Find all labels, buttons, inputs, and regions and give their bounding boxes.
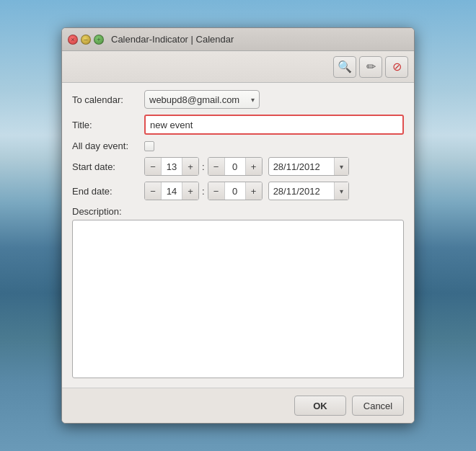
description-label: Description:	[72, 206, 404, 217]
start-minute-spinner: − +	[208, 157, 263, 176]
start-hour-decrement[interactable]: −	[145, 158, 161, 175]
dialog-window: × – + Calendar-Indicator | Calendar 🔍 ✏ …	[61, 27, 415, 424]
title-label: Title:	[72, 120, 144, 130]
end-time-group: − + : − + ▾	[144, 182, 349, 200]
start-label: Start date:	[72, 161, 144, 172]
end-hour-decrement[interactable]: −	[145, 182, 161, 200]
calendar-value: webupd8@gmail.com	[149, 94, 239, 105]
window-title: Calendar-Indicator | Calendar	[111, 34, 234, 45]
stop-icon: ⊘	[392, 60, 402, 73]
calendar-label: To calendar:	[72, 94, 144, 105]
toolbar: 🔍 ✏ ⊘	[62, 51, 414, 83]
end-minute-value[interactable]	[224, 182, 246, 200]
stop-button[interactable]: ⊘	[385, 56, 408, 78]
title-input[interactable]	[144, 115, 404, 135]
allday-checkbox[interactable]	[144, 141, 154, 151]
allday-row: All day event:	[72, 140, 404, 151]
edit-button[interactable]: ✏	[359, 56, 382, 78]
end-minute-decrement[interactable]: −	[208, 182, 224, 200]
start-hour-spinner: − +	[144, 157, 199, 176]
description-input[interactable]	[72, 220, 404, 378]
end-date-row: End date: − + : − + ▾	[72, 182, 404, 200]
maximize-button[interactable]: +	[94, 35, 104, 45]
end-minute-increment[interactable]: +	[246, 182, 262, 200]
close-button[interactable]: ×	[68, 35, 78, 45]
minimize-button[interactable]: –	[81, 35, 91, 45]
start-time-group: − + : − + ▾	[144, 157, 349, 176]
ok-button[interactable]: OK	[294, 396, 346, 416]
end-minute-spinner: − +	[208, 182, 263, 200]
window-controls: × – +	[68, 35, 104, 45]
time-colon-start: :	[202, 161, 205, 172]
form-content: To calendar: webupd8@gmail.com ▾ Title: …	[62, 83, 414, 388]
start-hour-increment[interactable]: +	[182, 158, 198, 175]
end-hour-increment[interactable]: +	[182, 182, 198, 200]
calendar-dropdown[interactable]: webupd8@gmail.com ▾	[144, 90, 260, 109]
start-date-input[interactable]	[269, 158, 334, 175]
end-hour-spinner: − +	[144, 182, 199, 200]
edit-icon: ✏	[366, 60, 376, 73]
start-hour-value[interactable]	[161, 158, 182, 175]
calendar-row: To calendar: webupd8@gmail.com ▾	[72, 90, 404, 109]
start-minute-increment[interactable]: +	[246, 158, 262, 175]
button-row: OK Cancel	[62, 388, 414, 423]
end-date-dropdown[interactable]: ▾	[334, 182, 348, 200]
start-date-row: Start date: − + : − + ▾	[72, 157, 404, 176]
allday-label: All day event:	[72, 140, 144, 151]
time-colon-end: :	[202, 186, 205, 197]
end-hour-value[interactable]	[161, 182, 182, 200]
start-date-field: ▾	[268, 157, 349, 176]
title-row: Title:	[72, 115, 404, 135]
end-label: End date:	[72, 186, 144, 197]
end-date-field: ▾	[268, 182, 349, 200]
search-icon: 🔍	[338, 60, 352, 73]
start-minute-value[interactable]	[224, 158, 246, 175]
chevron-down-icon: ▾	[251, 96, 255, 104]
cancel-button[interactable]: Cancel	[352, 396, 404, 416]
start-minute-decrement[interactable]: −	[208, 158, 224, 175]
end-date-input[interactable]	[269, 182, 334, 200]
description-row: Description:	[72, 206, 404, 380]
title-bar: × – + Calendar-Indicator | Calendar	[62, 28, 414, 51]
start-date-dropdown[interactable]: ▾	[334, 158, 348, 175]
search-button[interactable]: 🔍	[333, 56, 356, 78]
